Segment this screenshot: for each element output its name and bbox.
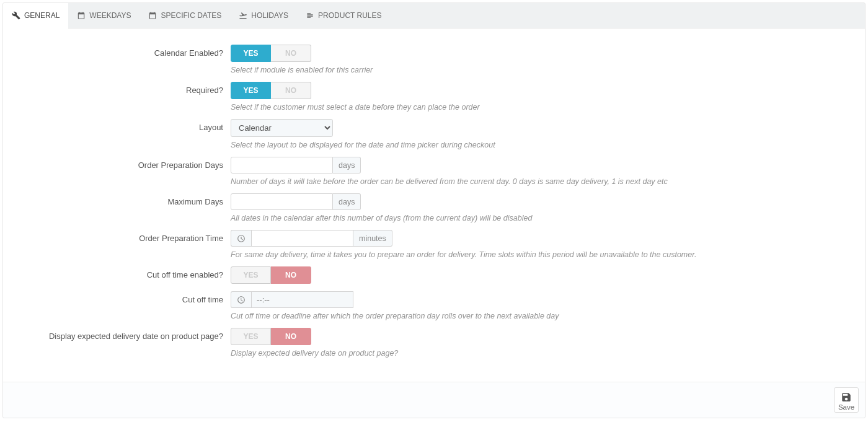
help-text: Select if module is enabled for this car… bbox=[231, 66, 859, 74]
tab-label: PRODUCT RULES bbox=[318, 11, 381, 20]
help-text: Cut off time or deadline after which the… bbox=[231, 312, 859, 320]
toggle-no[interactable]: NO bbox=[271, 82, 311, 99]
input-max-days[interactable] bbox=[231, 193, 333, 210]
select-layout[interactable]: Calendar bbox=[231, 119, 333, 137]
tab-holidays[interactable]: HOLIDAYS bbox=[230, 3, 297, 28]
panel-footer: Save bbox=[3, 382, 865, 418]
input-order-prep-time[interactable] bbox=[251, 230, 353, 247]
plane-icon bbox=[239, 11, 247, 20]
label-layout: Layout bbox=[9, 119, 229, 132]
label-max-days: Maximum Days bbox=[9, 193, 229, 206]
label-cutoff-enabled: Cut off time enabled? bbox=[9, 266, 229, 279]
help-text: For same day delivery, time it takes you… bbox=[231, 250, 859, 259]
tab-label: SPECIFIC DATES bbox=[161, 11, 221, 20]
tab-label: HOLIDAYS bbox=[251, 11, 288, 20]
tab-bar: GENERAL WEEKDAYS SPECIFIC DATES HOLIDAYS… bbox=[3, 3, 865, 29]
wrench-icon bbox=[12, 11, 20, 20]
tab-label: GENERAL bbox=[24, 11, 60, 20]
tab-weekdays[interactable]: WEEKDAYS bbox=[68, 3, 140, 28]
tab-label: WEEKDAYS bbox=[89, 11, 131, 20]
unit-label: minutes bbox=[353, 230, 392, 247]
label-display-expected: Display expected delivery date on produc… bbox=[9, 328, 229, 341]
label-calendar-enabled: Calendar Enabled? bbox=[9, 45, 229, 58]
help-text: Select the layout to be displayed for th… bbox=[231, 141, 859, 149]
tab-specific-dates[interactable]: SPECIFIC DATES bbox=[140, 3, 230, 28]
save-label: Save bbox=[838, 403, 854, 411]
label-required: Required? bbox=[9, 82, 229, 95]
clock-icon bbox=[231, 291, 251, 308]
tab-product-rules[interactable]: PRODUCT RULES bbox=[297, 3, 390, 28]
label-order-prep-time: Order Preparation Time bbox=[9, 230, 229, 243]
input-cutoff-time[interactable] bbox=[251, 291, 353, 308]
toggle-cutoff-enabled[interactable]: YES NO bbox=[231, 266, 311, 284]
list-icon bbox=[306, 11, 314, 20]
toggle-yes[interactable]: YES bbox=[231, 328, 271, 345]
help-text: Select if the customer must select a dat… bbox=[231, 103, 859, 112]
toggle-no[interactable]: NO bbox=[271, 328, 311, 345]
toggle-no[interactable]: NO bbox=[271, 45, 311, 62]
toggle-required[interactable]: YES NO bbox=[231, 82, 311, 99]
calendar-icon bbox=[77, 11, 86, 20]
help-text: Number of days it will take before the o… bbox=[231, 177, 859, 186]
help-text: Display expected delivery date on produc… bbox=[231, 349, 859, 358]
help-text: All dates in the calendar after this num… bbox=[231, 214, 859, 222]
toggle-no[interactable]: NO bbox=[271, 266, 311, 284]
timer-icon bbox=[231, 230, 251, 247]
unit-label: days bbox=[333, 193, 361, 210]
toggle-calendar-enabled[interactable]: YES NO bbox=[231, 45, 311, 62]
settings-panel: GENERAL WEEKDAYS SPECIFIC DATES HOLIDAYS… bbox=[2, 2, 866, 418]
unit-label: days bbox=[333, 157, 361, 174]
input-order-prep-days[interactable] bbox=[231, 157, 333, 174]
tab-general[interactable]: GENERAL bbox=[3, 3, 68, 29]
label-order-prep-days: Order Preparation Days bbox=[9, 157, 229, 170]
form-content: Calendar Enabled? YES NO Select if modul… bbox=[3, 29, 865, 382]
toggle-display-expected[interactable]: YES NO bbox=[231, 328, 311, 345]
label-cutoff-time: Cut off time bbox=[9, 291, 229, 304]
toggle-yes[interactable]: YES bbox=[231, 266, 271, 284]
toggle-yes[interactable]: YES bbox=[231, 82, 271, 99]
toggle-yes[interactable]: YES bbox=[231, 45, 271, 62]
save-button[interactable]: Save bbox=[834, 387, 859, 413]
calendar-icon bbox=[148, 11, 157, 20]
save-icon bbox=[841, 392, 852, 403]
